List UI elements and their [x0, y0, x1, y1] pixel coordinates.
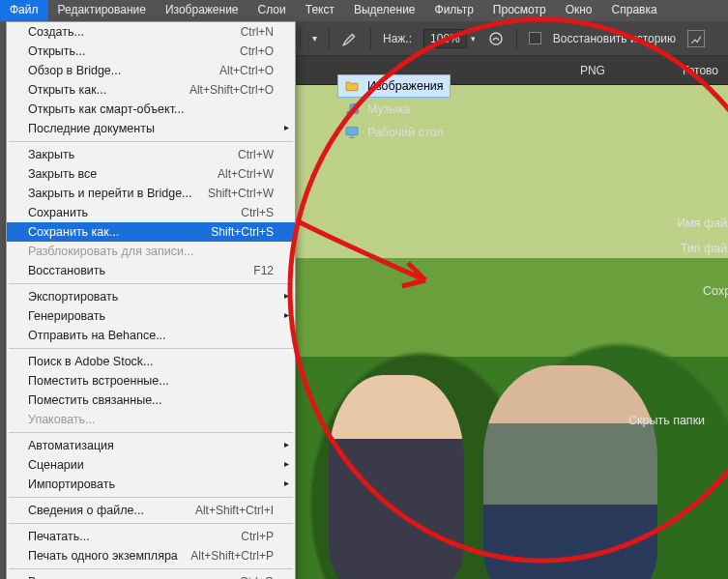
- menu-item-shortcut: Ctrl+Q: [240, 575, 274, 579]
- menu-item[interactable]: Поиск в Adobe Stock...: [7, 352, 295, 371]
- menu-item[interactable]: Открыть...Ctrl+O: [7, 42, 295, 61]
- menu-слои[interactable]: Слои: [248, 0, 296, 21]
- separator: [370, 28, 371, 49]
- menu-item-label: Разблокировать для записи...: [28, 245, 193, 258]
- menu-item-shortcut: Shift+Ctrl+W: [208, 187, 274, 200]
- filename-label: Имя файла:: [628, 211, 728, 236]
- menu-item[interactable]: ВосстановитьF12: [7, 261, 295, 280]
- menu-item[interactable]: Экспортировать: [7, 287, 295, 306]
- menu-item-label: Выход: [28, 575, 64, 579]
- file-menu-dropdown: Создать...Ctrl+NОткрыть...Ctrl+OОбзор в …: [6, 21, 296, 579]
- menu-item[interactable]: Сведения о файле...Alt+Shift+Ctrl+I: [7, 501, 295, 520]
- menu-item-label: Экспортировать: [28, 290, 118, 304]
- menu-item-label: Последние документы: [28, 122, 155, 135]
- menu-item-label: Печатать...: [28, 530, 90, 543]
- options-toolbar: ▾ Наж.: 100% ▾ Восстановить историю: [290, 21, 728, 56]
- menu-item[interactable]: Генерировать: [7, 306, 295, 326]
- places-sidebar: ИзображенияМузыкаРабочий стол: [338, 75, 450, 145]
- menu-item[interactable]: Отправить на Behance...: [7, 326, 295, 345]
- zoom-value[interactable]: 100%: [423, 29, 467, 48]
- menu-item-label: Отправить на Behance...: [28, 329, 166, 342]
- menu-item[interactable]: Последние документы: [7, 119, 295, 138]
- folder-icon: [344, 78, 360, 94]
- menu-item[interactable]: ЗакрытьCtrl+W: [7, 145, 295, 164]
- menu-справка[interactable]: Справка: [602, 0, 667, 21]
- save-as-dialog: ИзображенияМузыкаРабочий стол Имя файла:…: [309, 56, 728, 579]
- menu-item-shortcut: F12: [253, 264, 274, 277]
- sidebar-place-item[interactable]: Рабочий стол: [338, 122, 450, 143]
- restore-history-label: Восстановить историю: [553, 32, 676, 45]
- menu-текст[interactable]: Текст: [296, 0, 344, 21]
- sidebar-place-label: Рабочий стол: [367, 126, 443, 139]
- dropdown-icon[interactable]: ▾: [312, 33, 317, 43]
- menu-item-label: Генерировать: [28, 309, 105, 323]
- svg-point-2: [355, 110, 359, 114]
- menu-item[interactable]: Создать...Ctrl+N: [7, 22, 295, 42]
- menu-item-shortcut: Shift+Ctrl+S: [211, 225, 274, 239]
- menu-item-label: Закрыть: [28, 148, 74, 161]
- history-brush-icon[interactable]: [687, 30, 705, 47]
- menu-item[interactable]: Импортировать: [7, 475, 295, 494]
- menu-item-shortcut: Alt+Shift+Ctrl+I: [195, 504, 274, 517]
- menu-item[interactable]: Поместить связанные...: [7, 391, 295, 410]
- menu-item-shortcut: Alt+Ctrl+W: [218, 167, 274, 181]
- desktop-icon: [344, 125, 360, 140]
- menu-item-label: Восстановить: [28, 264, 105, 277]
- save-button-partial[interactable]: Сохран: [628, 278, 728, 304]
- menu-файл[interactable]: Файл: [0, 0, 48, 21]
- menu-item-shortcut: Alt+Shift+Ctrl+O: [189, 83, 274, 97]
- menu-item-shortcut: Alt+Ctrl+O: [219, 64, 274, 77]
- menu-item-shortcut: Ctrl+O: [240, 44, 274, 58]
- menu-item-label: Импортировать: [28, 478, 115, 491]
- menu-item-label: Сохранить как...: [28, 225, 119, 239]
- menu-редактирование[interactable]: Редактирование: [48, 0, 156, 21]
- menu-item-label: Сведения о файле...: [28, 504, 144, 517]
- menu-item[interactable]: Поместить встроенные...: [7, 371, 295, 391]
- menu-item[interactable]: Обзор в Bridge...Alt+Ctrl+O: [7, 61, 295, 80]
- menu-item-label: Сценарии: [28, 458, 84, 472]
- menu-item-label: Поместить встроенные...: [28, 374, 169, 388]
- sidebar-place-item[interactable]: Изображения: [338, 75, 450, 97]
- menu-item[interactable]: Сохранить как...Shift+Ctrl+S: [7, 222, 295, 242]
- menu-item-label: Закрыть все: [28, 167, 97, 181]
- separator: [329, 28, 330, 49]
- separator: [516, 28, 517, 49]
- menu-item[interactable]: Открыть как смарт-объект...: [7, 100, 295, 119]
- menu-item[interactable]: Сценарии: [7, 455, 295, 475]
- menu-фильтр[interactable]: Фильтр: [425, 0, 483, 21]
- menu-item-label: Упаковать...: [28, 413, 96, 426]
- menu-item[interactable]: Закрыть и перейти в Bridge...Shift+Ctrl+…: [7, 184, 295, 203]
- filetype-label: Тип файла:: [628, 236, 728, 261]
- menu-item[interactable]: Закрыть всеAlt+Ctrl+W: [7, 164, 295, 184]
- menu-item-shortcut: Ctrl+P: [241, 530, 274, 543]
- menu-item-label: Создать...: [28, 25, 84, 39]
- mode-label: Наж.:: [383, 32, 412, 45]
- menu-item-label: Открыть...: [28, 44, 86, 58]
- menu-item[interactable]: ВыходCtrl+Q: [7, 572, 295, 579]
- menu-изображение[interactable]: Изображение: [156, 0, 248, 21]
- menu-item-label: Поместить связанные...: [28, 393, 162, 407]
- menu-item-label: Печать одного экземпляра: [28, 549, 178, 563]
- menu-item[interactable]: Печатать...Ctrl+P: [7, 527, 295, 546]
- svg-rect-3: [346, 128, 358, 135]
- menu-item: Упаковать...: [7, 410, 295, 429]
- menu-item[interactable]: СохранитьCtrl+S: [7, 203, 295, 222]
- zoom-control[interactable]: 100% ▾: [423, 29, 476, 48]
- pressure-icon[interactable]: [487, 30, 505, 47]
- restore-history-checkbox[interactable]: [529, 32, 541, 44]
- menu-item-label: Открыть как...: [28, 83, 106, 97]
- menu-окно[interactable]: Окно: [556, 0, 602, 21]
- menu-просмотр[interactable]: Просмотр: [483, 0, 556, 21]
- menu-item-label: Поиск в Adobe Stock...: [28, 355, 154, 368]
- menu-item[interactable]: Автоматизация: [7, 436, 295, 455]
- music-icon: [344, 101, 360, 117]
- menu-item[interactable]: Печать одного экземпляраAlt+Shift+Ctrl+P: [7, 546, 295, 565]
- menu-выделение[interactable]: Выделение: [344, 0, 425, 21]
- dropdown-icon[interactable]: ▾: [471, 34, 476, 43]
- menu-item[interactable]: Открыть как...Alt+Shift+Ctrl+O: [7, 80, 295, 100]
- menubar: ФайлРедактированиеИзображениеСлоиТекстВы…: [0, 0, 728, 21]
- menu-item-label: Закрыть и перейти в Bridge...: [28, 187, 192, 200]
- sidebar-place-item[interactable]: Музыка: [338, 99, 450, 120]
- hide-folders-link[interactable]: Скрыть папки: [628, 414, 705, 427]
- brush-icon[interactable]: [341, 30, 359, 47]
